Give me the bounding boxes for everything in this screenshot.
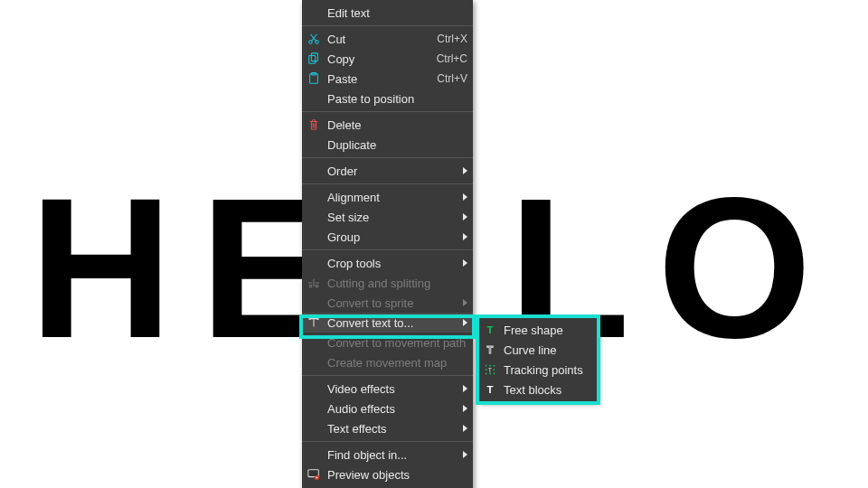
text-curve-icon: T (482, 342, 498, 358)
menu-copy[interactable]: Copy Ctrl+C (302, 49, 473, 69)
menu-paste[interactable]: Paste Ctrl+V (302, 69, 473, 89)
menu-label: Group (327, 230, 458, 244)
menu-alignment[interactable]: Alignment (302, 187, 473, 207)
svg-point-22 (494, 373, 495, 375)
separator (302, 157, 473, 158)
svg-point-17 (494, 365, 495, 367)
chevron-right-icon (463, 299, 467, 306)
submenu-label: Text blocks (504, 383, 592, 397)
submenu-free-shape[interactable]: T Free shape (478, 320, 598, 340)
submenu-label: Curve line (504, 343, 592, 357)
menu-label: Cut (327, 33, 428, 46)
svg-rect-2 (309, 56, 316, 64)
submenu-convert-text: T Free shape T Curve line T Tracking poi… (478, 317, 598, 402)
menu-order[interactable]: Order (302, 161, 473, 181)
menu-label: Audio effects (327, 402, 458, 416)
shortcut: Ctrl+V (437, 72, 467, 85)
menu-text-effects[interactable]: Text effects (302, 418, 473, 438)
cut-icon (306, 31, 322, 47)
text-convert-icon (306, 314, 322, 331)
menu-label: Find object in... (327, 448, 458, 462)
menu-label: Create movement map (327, 356, 467, 370)
menu-label: Set size (327, 211, 458, 224)
menu-label: Preview objects (327, 468, 467, 482)
svg-point-21 (489, 373, 491, 375)
menu-label: Order (327, 164, 458, 178)
shortcut: Ctrl+C (437, 52, 467, 65)
menu-label: Edit text (327, 6, 467, 20)
submenu-label: Tracking points (504, 363, 592, 377)
separator (302, 183, 473, 184)
text-blocks-icon: T (482, 381, 498, 398)
menu-label: Crop tools (327, 257, 458, 270)
menu-properties: Properties... Alt+Enter (302, 484, 473, 488)
svg-text:T: T (487, 344, 494, 355)
menu-label: Text effects (327, 422, 458, 436)
svg-point-6 (309, 285, 312, 287)
tracking-points-icon: T (482, 361, 498, 378)
svg-rect-3 (311, 53, 317, 61)
menu-label: Duplicate (327, 138, 467, 152)
chevron-right-icon (463, 193, 467, 201)
separator (302, 249, 473, 250)
context-menu: Edit text Cut Ctrl+X Copy Ctrl+C Paste C… (302, 0, 473, 488)
menu-convert-text[interactable]: Convert text to... (302, 313, 473, 333)
menu-label: Copy (327, 52, 428, 66)
submenu-text-blocks[interactable]: T Text blocks (478, 380, 598, 399)
chevron-right-icon (463, 259, 467, 267)
chevron-right-icon (463, 405, 467, 412)
shortcut: Ctrl+X (437, 33, 467, 45)
menu-label: Alignment (327, 191, 458, 204)
chevron-right-icon (463, 319, 467, 326)
chevron-right-icon (463, 233, 467, 240)
menu-convert-sprite: Convert to sprite (302, 293, 473, 313)
paste-icon (306, 70, 322, 87)
menu-preview-objects[interactable]: Preview objects (302, 465, 473, 484)
menu-cut[interactable]: Cut Ctrl+X (302, 29, 473, 49)
svg-point-18 (486, 369, 487, 371)
svg-point-20 (486, 373, 487, 375)
svg-point-15 (486, 365, 487, 367)
svg-text:T: T (488, 367, 493, 373)
menu-convert-movement-path: Convert to movement path (302, 333, 473, 352)
menu-delete[interactable]: Delete (302, 115, 473, 135)
menu-label: Convert to sprite (327, 296, 458, 310)
copy-icon (306, 51, 322, 67)
menu-cutting-splitting: Cutting and splitting (302, 273, 473, 293)
menu-find-object[interactable]: Find object in... (302, 445, 473, 465)
text-shape-icon: T (482, 322, 498, 338)
submenu-label: Free shape (504, 324, 592, 337)
menu-label: Paste to position (327, 92, 467, 106)
menu-label: Video effects (327, 382, 458, 396)
menu-video-effects[interactable]: Video effects (302, 379, 473, 399)
separator (302, 111, 473, 112)
separator (302, 441, 473, 442)
delete-icon (306, 117, 322, 133)
chevron-right-icon (463, 425, 467, 432)
svg-text:T: T (487, 324, 494, 335)
menu-group[interactable]: Group (302, 227, 473, 247)
svg-point-19 (494, 369, 495, 371)
menu-audio-effects[interactable]: Audio effects (302, 399, 473, 418)
menu-label: Paste (327, 72, 428, 86)
submenu-tracking-points[interactable]: T Tracking points (478, 360, 598, 380)
menu-set-size[interactable]: Set size (302, 207, 473, 227)
submenu-curve-line[interactable]: T Curve line (478, 340, 598, 360)
menu-label: Cutting and splitting (327, 277, 467, 290)
svg-point-7 (316, 285, 318, 287)
preview-icon (306, 466, 322, 483)
chevron-right-icon (463, 213, 467, 221)
menu-label: Convert to movement path (327, 336, 467, 350)
menu-edit-text[interactable]: Edit text (302, 3, 473, 23)
menu-paste-position[interactable]: Paste to position (302, 89, 473, 108)
chevron-right-icon (463, 167, 467, 174)
separator (302, 25, 473, 26)
menu-duplicate[interactable]: Duplicate (302, 135, 473, 155)
chevron-right-icon (463, 385, 467, 392)
menu-label: Delete (327, 118, 467, 132)
split-icon (306, 275, 322, 291)
svg-text:T: T (487, 384, 494, 395)
menu-create-movement-map: Create movement map (302, 352, 473, 372)
separator (302, 375, 473, 376)
menu-crop-tools[interactable]: Crop tools (302, 253, 473, 273)
